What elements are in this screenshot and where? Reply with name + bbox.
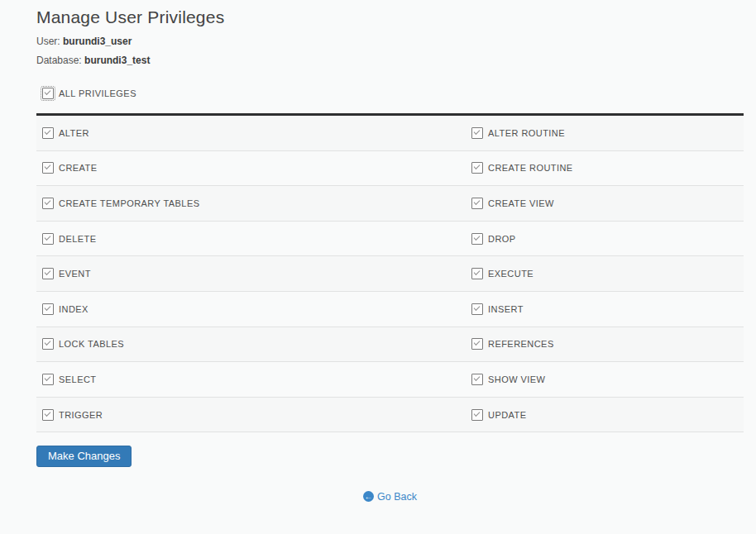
privilege-create-view[interactable]: CREATE VIEW [466,198,744,209]
privilege-trigger[interactable]: TRIGGER [36,409,466,421]
privilege-create-temporary-tables[interactable]: CREATE TEMPORARY TABLES [36,198,466,209]
checkbox-icon[interactable] [42,409,54,421]
go-back-link[interactable]: ← Go Back [363,491,417,503]
privilege-label: REFERENCES [488,339,554,349]
privilege-label: UPDATE [488,410,527,420]
database-value: burundi3_test [84,55,150,66]
user-value: burundi3_user [63,36,132,47]
user-line: User: burundi3_user [36,36,744,47]
privilege-insert[interactable]: INSERT [466,303,744,315]
checkbox-icon[interactable] [471,233,483,245]
checkbox-icon[interactable] [42,198,54,209]
make-changes-button[interactable]: Make Changes [36,446,132,467]
checkbox-icon[interactable] [471,374,483,385]
privilege-row: DELETEDROP [36,222,744,257]
privilege-create-routine[interactable]: CREATE ROUTINE [466,162,744,174]
privilege-row: INDEXINSERT [36,292,744,327]
privilege-label: CREATE VIEW [488,198,554,208]
privilege-label: ALTER ROUTINE [488,128,565,138]
privilege-alter[interactable]: ALTER [36,127,466,139]
all-privileges-label: ALL PRIVILEGES [59,88,136,98]
all-privileges-toggle[interactable]: ALL PRIVILEGES [36,83,744,103]
checkbox-icon[interactable] [42,233,54,245]
checkbox-icon[interactable] [471,162,483,174]
checkbox-icon[interactable] [471,268,483,279]
page-title: Manage User Privileges [36,6,744,28]
privilege-label: CREATE [59,163,98,173]
checkbox-icon[interactable] [471,127,483,139]
database-label: Database: [36,55,82,66]
privilege-label: INSERT [488,304,524,314]
privilege-row: CREATE TEMPORARY TABLESCREATE VIEW [36,186,744,222]
privilege-select[interactable]: SELECT [36,374,466,385]
checkbox-icon[interactable] [42,268,54,279]
go-back-label: Go Back [377,491,417,503]
all-privileges-checkbox-icon[interactable] [42,88,54,99]
privilege-row: CREATECREATE ROUTINE [36,151,744,187]
privilege-show-view[interactable]: SHOW VIEW [466,374,744,385]
privilege-label: CREATE ROUTINE [488,163,573,173]
privilege-label: CREATE TEMPORARY TABLES [59,198,200,208]
checkbox-icon[interactable] [471,303,483,315]
privilege-label: INDEX [59,304,89,314]
checkbox-icon[interactable] [471,198,483,209]
checkbox-icon[interactable] [42,162,54,174]
privileges-table: ALTERALTER ROUTINECREATECREATE ROUTINECR… [36,116,744,432]
database-line: Database: burundi3_test [36,55,744,66]
arrow-circle-left-icon: ← [363,491,374,502]
manage-user-privileges-page: Manage User Privileges User: burundi3_us… [0,0,756,503]
privilege-label: TRIGGER [59,410,103,420]
privilege-row: EVENTEXECUTE [36,256,744,292]
checkbox-icon[interactable] [42,303,54,315]
privilege-references[interactable]: REFERENCES [466,338,744,350]
privilege-label: SELECT [59,374,97,384]
privilege-drop[interactable]: DROP [466,233,744,245]
privilege-index[interactable]: INDEX [36,303,466,315]
privilege-lock-tables[interactable]: LOCK TABLES [36,338,466,350]
checkbox-icon[interactable] [42,374,54,385]
privilege-row: ALTERALTER ROUTINE [36,116,744,151]
checkbox-icon[interactable] [42,338,54,350]
privilege-create[interactable]: CREATE [36,162,466,174]
privilege-label: ALTER [59,128,89,138]
privilege-update[interactable]: UPDATE [466,409,744,421]
go-back-container: ← Go Back [36,488,744,503]
privilege-row: SELECTSHOW VIEW [36,362,744,398]
checkbox-icon[interactable] [471,338,483,350]
user-label: User: [36,36,60,47]
privilege-delete[interactable]: DELETE [36,233,466,245]
checkbox-icon[interactable] [471,409,483,421]
privilege-event[interactable]: EVENT [36,268,466,279]
privilege-row: TRIGGERUPDATE [36,398,744,433]
privilege-execute[interactable]: EXECUTE [466,268,744,279]
privilege-label: EXECUTE [488,269,534,279]
privilege-label: SHOW VIEW [488,374,545,384]
privilege-alter-routine[interactable]: ALTER ROUTINE [466,127,744,139]
privilege-label: DELETE [59,234,97,244]
privilege-row: LOCK TABLESREFERENCES [36,327,744,363]
checkbox-icon[interactable] [42,127,54,139]
privilege-label: LOCK TABLES [59,339,124,349]
privilege-label: EVENT [59,269,91,279]
privilege-label: DROP [488,234,516,244]
